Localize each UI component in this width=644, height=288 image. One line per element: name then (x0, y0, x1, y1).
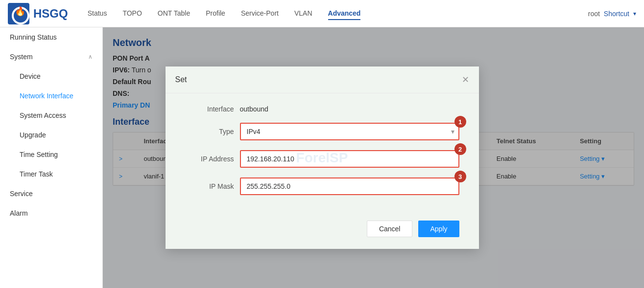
sidebar-item-service[interactable]: Service (0, 184, 102, 203)
system-collapse-icon: ∧ (88, 53, 93, 60)
nav-links: Status TOPO ONT Table Profile Service-Po… (88, 7, 588, 20)
modal-overlay: Set ✕ ForelSP Interface outbound Type (103, 27, 644, 288)
modal-type-select-wrap: IPv4 IPv6 1 (240, 123, 459, 140)
sidebar-item-alarm[interactable]: Alarm (0, 203, 102, 223)
nav-shortcut-arrow: ▾ (633, 10, 636, 17)
sidebar: Running Status System ∧ Device Network I… (0, 27, 103, 288)
set-modal: Set ✕ ForelSP Interface outbound Type (166, 66, 479, 249)
modal-ip-mask-label: IP Mask (185, 182, 234, 190)
modal-ip-address-row: IP Address 2 (185, 150, 459, 168)
main-content: Network PON Port A IPV6: Turn o Default … (103, 27, 644, 288)
sidebar-item-time-setting[interactable]: Time Setting (10, 145, 102, 164)
sidebar-sub-system: Device Network Interface System Access U… (0, 66, 102, 184)
modal-ip-mask-row: IP Mask 3 (185, 177, 459, 195)
modal-interface-label: Interface (185, 105, 234, 113)
modal-close-button[interactable]: ✕ (462, 74, 469, 85)
sidebar-group-system[interactable]: System ∧ (0, 47, 102, 66)
nav-profile[interactable]: Profile (206, 7, 225, 20)
sidebar-item-device[interactable]: Device (10, 66, 102, 86)
step-badge-3: 3 (454, 171, 466, 182)
modal-footer: Cancel Apply (166, 213, 479, 249)
nav-status[interactable]: Status (88, 7, 107, 20)
sidebar-item-running-status[interactable]: Running Status (0, 27, 102, 47)
nav-service-port[interactable]: Service-Port (241, 7, 279, 20)
modal-ip-address-wrap: 2 (240, 150, 459, 168)
sidebar-item-timer-task[interactable]: Timer Task (10, 164, 102, 184)
logo: 🔥 HSGQ (8, 3, 68, 24)
modal-ip-mask-input[interactable] (240, 177, 459, 195)
sidebar-item-network-interface[interactable]: Network Interface (10, 86, 102, 106)
modal-interface-row: Interface outbound (185, 105, 459, 113)
logo-text: HSGQ (33, 7, 68, 21)
sidebar-item-system-access[interactable]: System Access (10, 106, 102, 125)
sidebar-item-upgrade[interactable]: Upgrade (10, 125, 102, 145)
modal-title: Set (175, 75, 187, 84)
layout: Running Status System ∧ Device Network I… (0, 27, 644, 288)
nav-topo[interactable]: TOPO (122, 7, 142, 20)
nav-right: root Shortcut ▾ (588, 10, 636, 18)
modal-type-row: Type IPv4 IPv6 1 (185, 123, 459, 140)
logo-flame: 🔥 (15, 6, 25, 17)
nav-vlan[interactable]: VLAN (294, 7, 312, 20)
modal-body: ForelSP Interface outbound Type IPv4 IPv… (166, 93, 479, 213)
nav-advanced[interactable]: Advanced (328, 7, 361, 20)
step-badge-1: 1 (454, 116, 466, 128)
modal-type-select[interactable]: IPv4 IPv6 (240, 123, 459, 140)
nav-ont-table[interactable]: ONT Table (158, 7, 190, 20)
modal-ip-address-label: IP Address (185, 155, 234, 163)
modal-interface-value: outbound (240, 105, 268, 113)
nav-user: root (588, 10, 600, 18)
step-badge-2: 2 (454, 143, 466, 155)
top-nav: 🔥 HSGQ Status TOPO ONT Table Profile Ser… (0, 0, 644, 27)
modal-ip-mask-wrap: 3 (240, 177, 459, 195)
cancel-button[interactable]: Cancel (367, 221, 413, 237)
modal-ip-address-input[interactable] (240, 150, 459, 168)
logo-icon: 🔥 (8, 3, 29, 24)
nav-shortcut[interactable]: Shortcut (604, 10, 629, 18)
apply-button[interactable]: Apply (418, 221, 459, 237)
modal-type-label: Type (185, 128, 234, 135)
modal-header: Set ✕ (166, 66, 479, 93)
